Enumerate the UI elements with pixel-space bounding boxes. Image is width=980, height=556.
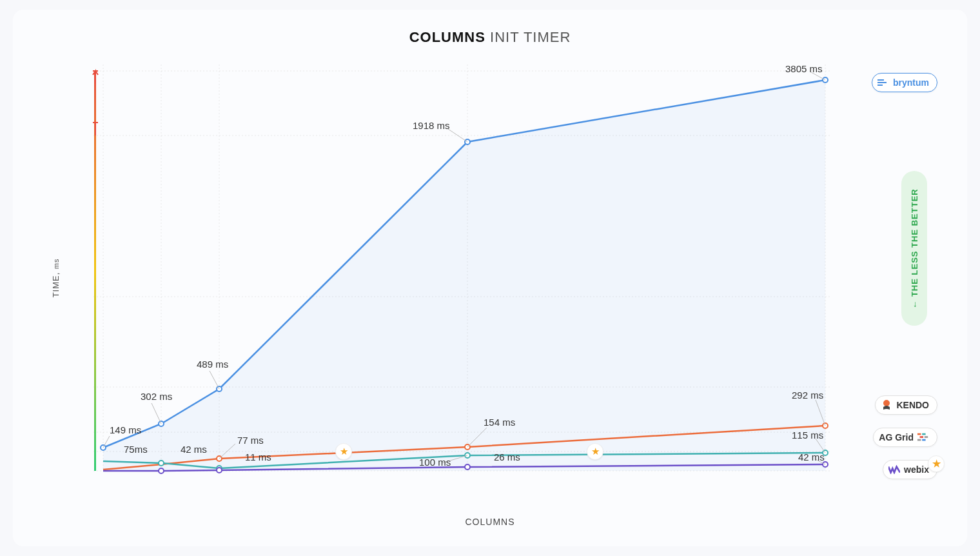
y-axis-label: TIME, ms [51,259,61,298]
label-k100: 77 ms [237,435,264,446]
legend-item-webix[interactable]: webix ★ [883,460,937,479]
label-b100: 489 ms [197,359,228,370]
title-bold: COLUMNS [409,29,485,45]
label-b1000: 3805 ms [785,65,823,74]
chart-title: COLUMNS INIT TIMER [13,29,967,46]
legend-item-aggrid[interactable]: AG Grid [873,428,937,447]
xtick-50: 50 [155,476,167,477]
y-axis-label-main: TIME, [51,272,61,298]
legend-label-bryntum: bryntum [893,77,929,88]
bryntum-logo-icon [877,77,889,88]
label-a50: 75ms [124,444,148,455]
label-w1000: 42 ms [798,452,825,462]
label-k500: 154 ms [484,417,515,428]
chart-plot: 149 ms 302 ms 489 ms 1918 ms 3805 ms 77 … [84,65,845,477]
label-a11: 11 ms [245,452,271,462]
svg-line-29 [152,403,161,424]
label-a1000: 115 ms [792,430,823,441]
svg-rect-44 [917,439,921,441]
legend: bryntum KENDO AG Grid webix ★ [860,10,937,546]
svg-point-20 [159,461,164,466]
label-b500: 1918 ms [413,120,450,131]
star-icon: ★ [587,443,603,460]
aggrid-logo-icon [917,432,929,443]
svg-point-24 [159,468,164,473]
svg-rect-43 [925,436,928,438]
y-axis-label-unit: ms [52,259,60,269]
label-b10: 149 ms [110,424,141,435]
svg-rect-42 [920,436,923,438]
legend-item-kendo[interactable]: KENDO [875,395,937,415]
star-icon: ★ [928,455,945,472]
legend-label-kendo: KENDO [896,400,929,410]
xtick-100: 100 [211,476,228,477]
bryntum-area [103,80,825,471]
svg-line-30 [210,371,219,389]
svg-rect-40 [917,433,921,435]
label-k1000: 292 ms [792,390,823,401]
xtick-500: 500 [459,476,476,477]
label-a500: 100 ms [419,457,451,468]
webix-logo-icon [888,464,900,475]
chart-card: COLUMNS INIT TIMER TIME, ms COLUMNS THE … [13,10,967,546]
legend-item-bryntum[interactable]: bryntum [872,73,937,92]
label-w500: 26 ms [494,452,520,462]
title-rest: INIT TIMER [490,29,571,45]
label-a100: 42 ms [181,444,207,455]
svg-point-25 [217,468,222,473]
label-b50: 302 ms [141,391,172,402]
svg-point-26 [465,464,470,470]
star-icon: ★ [335,443,352,460]
xtick-10: 10 [97,476,109,477]
legend-label-aggrid: AG Grid [879,432,914,442]
svg-rect-41 [922,433,925,435]
legend-label-webix: webix [904,464,929,475]
svg-point-39 [883,400,890,406]
xtick-1000: 1000 [814,476,837,477]
x-ticks: 10 50 100 500 1000 [97,476,837,477]
x-axis-label: COLUMNS [465,517,514,527]
kendo-logo-icon [881,399,892,411]
svg-rect-45 [922,439,925,441]
